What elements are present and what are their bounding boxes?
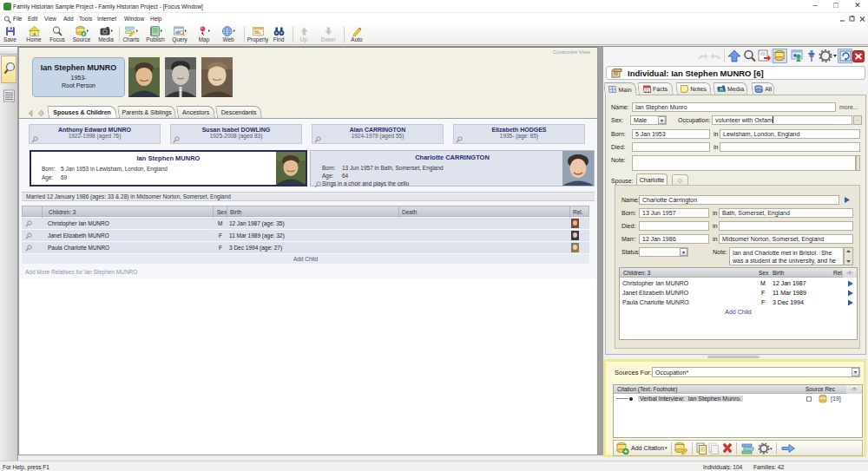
svg-text:21: 21	[644, 88, 649, 93]
